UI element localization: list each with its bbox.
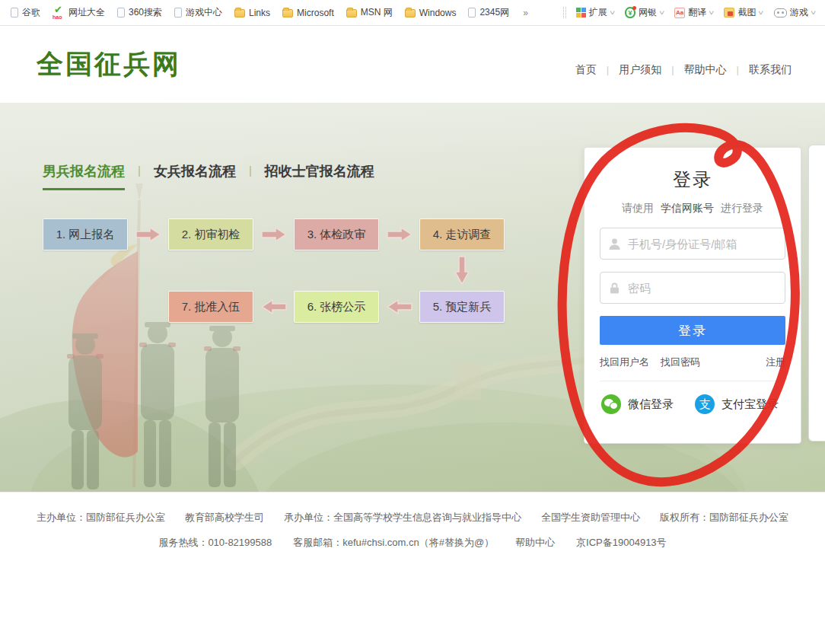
bookmark-folder-links[interactable]: Links — [234, 8, 270, 18]
tool-extensions[interactable]: 扩展 ˅ — [576, 6, 614, 19]
login-title: 登录 — [585, 167, 801, 192]
footer-undertaker: 承办单位：全国高等学校学生信息咨询与就业指导中心 — [284, 511, 521, 524]
folder-icon — [282, 9, 293, 18]
footer-help-center-link[interactable]: 帮助中心 — [515, 536, 555, 550]
person-icon — [608, 238, 621, 250]
arrow-right-icon — [386, 226, 413, 243]
site-logo[interactable]: 全国征兵网 — [37, 46, 181, 82]
arrow-right-icon — [260, 226, 288, 243]
tool-games[interactable]: 游戏 ˅ — [774, 6, 815, 19]
bookmark-folder-msn[interactable]: MSN 网 — [346, 6, 393, 19]
arrow-right-icon — [135, 226, 162, 243]
nav-user-notice[interactable]: 用户须知 — [619, 63, 661, 77]
hero-banner: 男兵报名流程 | 女兵报名流程 | 招收士官报名流程 1. 网上报名 2. 初审… — [0, 103, 825, 492]
bookmark-folder-microsoft[interactable]: Microsoft — [282, 8, 334, 18]
bookmark-label: 网址大全 — [68, 6, 105, 19]
translate-icon — [674, 8, 685, 18]
chevron-down-icon: ˅ — [758, 9, 763, 17]
tab-female-enlist-process[interactable]: 女兵报名流程 — [154, 162, 236, 188]
password-input[interactable] — [600, 273, 785, 303]
netbank-shield-icon — [625, 7, 635, 18]
chevron-down-icon: ˅ — [610, 9, 615, 17]
panel-divider — [600, 381, 785, 381]
tool-netbank[interactable]: 网银 ˅ — [625, 6, 664, 19]
top-nav: 首页 | 用户须知 | 帮助中心 | 联系我们 — [575, 63, 792, 77]
flow-step-2-initial-review: 2. 初审初检 — [168, 218, 253, 250]
tool-label: 网银 — [639, 6, 657, 19]
alipay-icon — [695, 394, 715, 414]
nav-separator: | — [607, 64, 609, 75]
nav-home[interactable]: 首页 — [575, 63, 597, 77]
tool-label: 翻译 — [688, 6, 706, 19]
login-submit-button[interactable]: 登录 — [600, 316, 785, 345]
wechat-icon — [601, 394, 621, 414]
tab-male-enlist-process[interactable]: 男兵报名流程 — [43, 162, 125, 190]
wechat-login-button[interactable]: 微信登录 — [601, 394, 674, 414]
bookmark-2345[interactable]: 2345网 — [468, 6, 509, 19]
bookmark-game-center[interactable]: 游戏中心 — [174, 6, 222, 19]
chevron-down-icon: ˅ — [811, 9, 816, 17]
find-password-link[interactable]: 找回密码 — [661, 355, 700, 369]
register-link[interactable]: 注册 — [766, 355, 785, 369]
footer-aid-center: 全国学生资助管理中心 — [541, 511, 640, 524]
extensions-icon — [576, 8, 586, 18]
login-links-row: 找回用户名 找回密码 注册 — [600, 355, 785, 369]
find-username-link[interactable]: 找回用户名 — [600, 355, 649, 369]
bookmarks-overflow-chevron[interactable]: » — [523, 8, 528, 18]
bookmark-wangzhi-daquan[interactable]: 网址大全 — [53, 6, 105, 19]
tool-translate[interactable]: 翻译 ˅ — [674, 6, 713, 19]
arrow-left-icon — [386, 298, 413, 315]
bookmark-label: MSN 网 — [361, 6, 393, 19]
hao123-icon — [53, 7, 65, 18]
footer-icp-number: 京ICP备19004913号 — [576, 536, 667, 550]
tab-separator: | — [249, 164, 252, 177]
flow-step-6-public-notice: 6. 张榜公示 — [294, 291, 379, 323]
bookmark-label: Microsoft — [297, 8, 334, 18]
chevron-down-icon: ˅ — [709, 9, 714, 17]
folder-icon — [346, 9, 357, 18]
bookmark-label: Windows — [419, 8, 457, 18]
alipay-login-label: 支付宝登录 — [721, 397, 779, 412]
site-header: 全国征兵网 首页 | 用户须知 | 帮助中心 | 联系我们 — [0, 26, 825, 103]
chsi-account-link[interactable]: 学信网账号 — [661, 202, 714, 214]
bookmark-label: Links — [249, 8, 270, 18]
site-footer: 主办单位：国防部征兵办公室 教育部高校学生司 承办单位：全国高等学校学生信息咨询… — [0, 492, 825, 550]
tab-separator: | — [138, 164, 141, 177]
flow-step-1-online-signup: 1. 网上报名 — [43, 218, 128, 250]
bookmarks-bar: 谷歌 网址大全 360搜索 游戏中心 Links Microsoft MSN 网… — [0, 0, 825, 26]
tab-nco-enlist-process[interactable]: 招收士官报名流程 — [265, 162, 374, 188]
folder-icon — [234, 9, 245, 18]
page-icon — [117, 8, 125, 18]
process-tabs: 男兵报名流程 | 女兵报名流程 | 招收士官报名流程 — [43, 162, 374, 190]
flow-step-4-home-visit: 4. 走访调查 — [419, 218, 505, 250]
bookmark-360-search[interactable]: 360搜索 — [117, 6, 162, 19]
arrow-down-icon — [454, 255, 470, 285]
chevron-down-icon: ˅ — [659, 9, 664, 17]
flow-step-3-physical-political: 3. 体检政审 — [294, 218, 379, 250]
tool-screenshot[interactable]: 截图 ˅ — [724, 6, 763, 19]
tool-label: 游戏 — [790, 6, 808, 19]
wechat-login-label: 微信登录 — [628, 397, 674, 412]
username-input[interactable] — [600, 228, 785, 259]
bookmark-guge[interactable]: 谷歌 — [11, 6, 40, 19]
lock-icon — [608, 282, 621, 295]
nav-help-center[interactable]: 帮助中心 — [684, 63, 727, 77]
games-icon — [774, 8, 787, 18]
tool-label: 截图 — [737, 6, 756, 19]
password-field-wrap — [600, 272, 785, 304]
footer-hotline: 服务热线：010-82199588 — [158, 536, 272, 550]
page-icon — [174, 8, 182, 18]
page-icon — [11, 8, 18, 18]
alipay-login-button[interactable]: 支付宝登录 — [695, 394, 779, 414]
bookmark-folder-windows[interactable]: Windows — [405, 8, 457, 18]
bookmark-label: 2345网 — [479, 6, 509, 19]
footer-organizer: 主办单位：国防部征兵办公室 — [37, 511, 165, 524]
login-subtitle: 请使用 学信网账号 进行登录 — [585, 202, 801, 215]
folder-icon — [405, 9, 416, 18]
footer-line-1: 主办单位：国防部征兵办公室 教育部高校学生司 承办单位：全国高等学校学生信息咨询… — [0, 511, 825, 524]
toolbar-drag-handle[interactable] — [563, 7, 566, 18]
login-subtitle-prefix: 请使用 — [622, 202, 654, 214]
login-subtitle-suffix: 进行登录 — [721, 202, 763, 214]
nav-contact-us[interactable]: 联系我们 — [749, 63, 792, 77]
screenshot-icon — [724, 8, 734, 18]
